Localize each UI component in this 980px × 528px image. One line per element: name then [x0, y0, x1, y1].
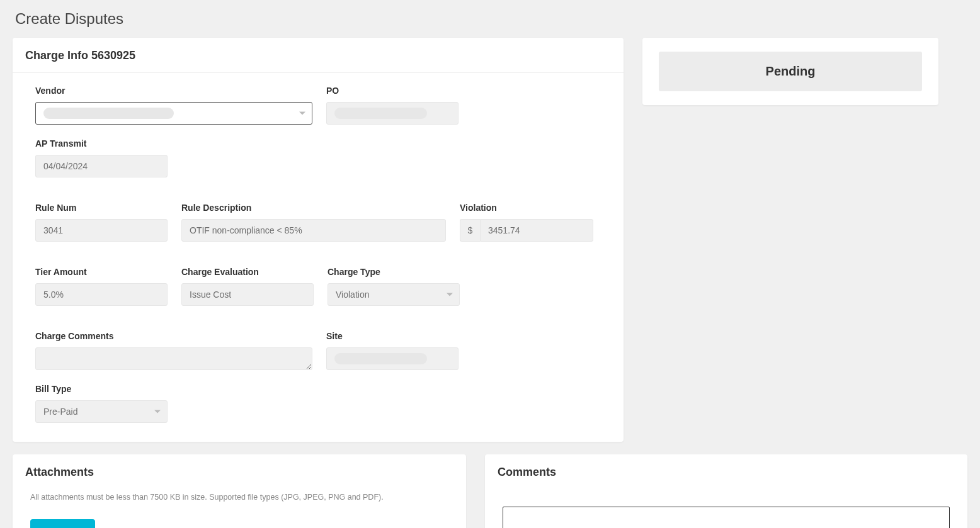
charge-info-header: Charge Info 5630925 [13, 38, 624, 73]
currency-icon: $ [460, 219, 480, 242]
rule-description-label: Rule Description [181, 203, 446, 213]
comments-header: Comments [485, 454, 967, 489]
po-value-placeholder [334, 108, 427, 119]
po-field [326, 102, 459, 125]
ap-transmit-value: 04/04/2024 [43, 161, 88, 171]
tier-amount-value: 5.0% [43, 289, 64, 300]
violation-field: $ 3451.74 [460, 219, 593, 242]
charge-info-card: Charge Info 5630925 Vendor PO [13, 38, 624, 442]
rule-num-label: Rule Num [35, 203, 168, 213]
site-value-placeholder [334, 353, 427, 364]
charge-comments-label: Charge Comments [35, 331, 312, 341]
attachments-hint: All attachments must be less than 7500 K… [30, 493, 448, 502]
comments-card: Comments [485, 454, 967, 528]
attachments-card: Attachments All attachments must be less… [13, 454, 466, 528]
tier-amount-label: Tier Amount [35, 267, 168, 277]
site-field [326, 347, 459, 370]
bill-type-value: Pre-Paid [43, 407, 77, 417]
charge-evaluation-field: Issue Cost [181, 283, 314, 306]
vendor-select[interactable] [35, 102, 312, 125]
comments-input[interactable] [503, 507, 950, 528]
ap-transmit-label: AP Transmit [35, 138, 168, 149]
po-label: PO [326, 86, 459, 96]
charge-type-select: Violation [328, 283, 460, 306]
rule-description-value: OTIF non-compliance < 85% [190, 225, 302, 235]
charge-comments-field [35, 347, 312, 370]
bill-type-select: Pre-Paid [35, 400, 168, 423]
charge-type-label: Charge Type [328, 267, 460, 277]
rule-num-field: 3041 [35, 219, 168, 242]
tier-amount-field: 5.0% [35, 283, 168, 306]
chevron-down-icon [447, 293, 453, 296]
charge-evaluation-value: Issue Cost [190, 289, 231, 300]
vendor-value-placeholder [43, 108, 174, 119]
chevron-down-icon [299, 112, 305, 115]
vendor-label: Vendor [35, 86, 312, 96]
bill-type-label: Bill Type [35, 384, 168, 394]
status-badge: Pending [659, 52, 922, 91]
ap-transmit-field: 04/04/2024 [35, 155, 168, 177]
chevron-down-icon [154, 410, 161, 413]
rule-num-value: 3041 [43, 225, 63, 235]
violation-label: Violation [460, 203, 593, 213]
site-label: Site [326, 331, 459, 341]
charge-type-value: Violation [336, 289, 369, 300]
add-file-button[interactable]: Add File [30, 519, 95, 528]
page-title: Create Disputes [0, 0, 980, 38]
rule-description-field: OTIF non-compliance < 85% [181, 219, 446, 242]
attachments-header: Attachments [13, 454, 466, 483]
violation-value: 3451.74 [488, 225, 520, 235]
status-card: Pending [642, 38, 938, 105]
charge-evaluation-label: Charge Evaluation [181, 267, 314, 277]
